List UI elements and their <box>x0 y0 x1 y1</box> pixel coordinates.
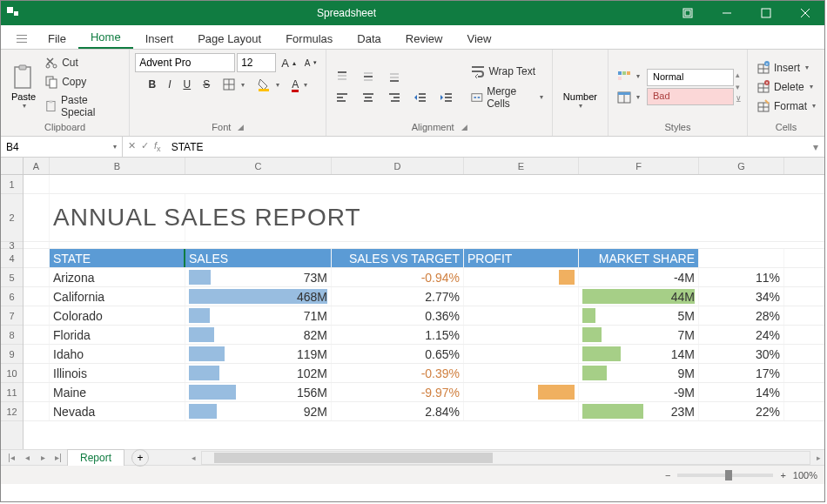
cell-sales[interactable]: 102M <box>185 364 332 382</box>
alignment-launcher-icon[interactable]: ◢ <box>461 123 467 131</box>
cell-mshare[interactable]: 34% <box>699 287 784 306</box>
sheet-tab-report[interactable]: Report <box>67 449 124 466</box>
paste-button[interactable]: Paste▾ <box>6 62 41 111</box>
copy-button[interactable]: Copy <box>41 73 124 91</box>
cell-profit-bar[interactable] <box>464 402 579 420</box>
underline-button[interactable]: U <box>179 77 194 92</box>
horizontal-scrollbar[interactable] <box>201 451 810 465</box>
hscroll-left-icon[interactable]: ◂ <box>187 454 199 462</box>
styles-up-icon[interactable]: ▴ <box>736 71 742 79</box>
cell-mshare[interactable]: 28% <box>699 306 784 325</box>
grow-font-button[interactable]: A▴ <box>278 55 299 71</box>
bold-button[interactable]: B <box>145 77 159 92</box>
row-header[interactable]: 1 <box>1 175 23 194</box>
cell-mshare[interactable]: 17% <box>699 364 784 382</box>
cell-svt[interactable]: 2.77% <box>332 287 464 306</box>
cell-profit[interactable]: 14M <box>579 345 699 363</box>
cell-state[interactable]: Florida <box>50 326 185 344</box>
cell-state[interactable]: California <box>50 287 185 306</box>
select-all-corner[interactable] <box>1 158 23 175</box>
cell-profit[interactable]: 7M <box>579 326 699 344</box>
borders-button[interactable]: ▾ <box>219 76 248 93</box>
align-left-button[interactable] <box>332 89 353 106</box>
format-cells-button[interactable]: Format▾ <box>753 97 819 115</box>
header-state[interactable]: STATE <box>50 249 185 267</box>
wrap-text-button[interactable]: Wrap Text <box>467 63 546 80</box>
name-box[interactable]: B4▾ <box>1 137 123 157</box>
cell-profit-bar[interactable] <box>464 345 579 363</box>
cell-state[interactable]: Illinois <box>50 364 185 382</box>
row-header[interactable]: 8 <box>1 326 23 345</box>
column-header[interactable]: G <box>699 158 784 174</box>
cell-mshare[interactable]: 24% <box>699 326 784 344</box>
menu-home[interactable]: Home <box>78 27 133 49</box>
cell-profit[interactable]: 9M <box>579 364 699 382</box>
cell-svt[interactable]: 0.36% <box>332 306 464 325</box>
minimize-button[interactable] <box>707 1 746 25</box>
cell-sales[interactable]: 119M <box>185 345 332 363</box>
increase-indent-button[interactable] <box>436 89 457 106</box>
align-right-button[interactable] <box>384 89 405 106</box>
row-header[interactable]: 4 <box>1 249 23 268</box>
ribbon-display-button[interactable] <box>668 1 707 25</box>
tab-nav-next-icon[interactable]: ▸ <box>36 453 50 462</box>
hscroll-right-icon[interactable]: ▸ <box>812 454 824 462</box>
row-header[interactable]: 7 <box>1 306 23 326</box>
menu-formulas[interactable]: Formulas <box>273 29 345 49</box>
cell-profit-bar[interactable] <box>464 268 579 286</box>
cell-state[interactable]: Colorado <box>50 306 185 325</box>
column-header[interactable]: D <box>332 158 464 174</box>
row-header[interactable]: 10 <box>1 364 23 383</box>
column-header[interactable]: B <box>50 158 185 174</box>
cell-svt[interactable]: 0.65% <box>332 345 464 363</box>
close-button[interactable] <box>785 1 824 25</box>
formula-input[interactable]: STATE <box>166 141 807 153</box>
tab-nav-last-icon[interactable]: ▸| <box>51 453 65 462</box>
cell-style-bad[interactable]: Bad <box>647 88 734 105</box>
header-svt[interactable]: SALES VS TARGET <box>332 249 464 267</box>
zoom-in-button[interactable]: + <box>780 470 785 480</box>
quick-access-toolbar[interactable] <box>8 28 36 49</box>
cell-mshare[interactable]: 11% <box>699 268 784 286</box>
cell-sales[interactable]: 156M <box>185 383 332 401</box>
cell-state[interactable]: Maine <box>50 383 185 401</box>
header-sales[interactable]: SALES <box>185 249 332 267</box>
maximize-button[interactable] <box>746 1 785 25</box>
row-header[interactable]: 3 <box>1 242 23 249</box>
column-header[interactable]: A <box>24 158 50 174</box>
tab-nav-first-icon[interactable]: |◂ <box>4 453 18 462</box>
cell-style-normal[interactable]: Normal <box>647 69 734 86</box>
insert-cells-button[interactable]: +Insert▾ <box>753 59 819 77</box>
cell-profit[interactable]: -4M <box>579 268 699 286</box>
menu-file[interactable]: File <box>36 29 78 49</box>
cell-profit-bar[interactable] <box>464 306 579 325</box>
cell-profit-bar[interactable] <box>464 287 579 306</box>
header-profit[interactable]: PROFIT <box>464 249 579 267</box>
shrink-font-button[interactable]: A▾ <box>301 57 321 70</box>
cell-svt[interactable]: 2.84% <box>332 402 464 420</box>
cell-sales[interactable]: 71M <box>185 306 332 325</box>
cell-profit[interactable]: 44M <box>579 287 699 306</box>
cell-sales[interactable]: 92M <box>185 402 332 420</box>
font-size-select[interactable] <box>237 53 276 72</box>
row-header[interactable]: 12 <box>1 402 23 421</box>
paste-special-button[interactable]: Paste Special <box>41 92 124 120</box>
cell-sales[interactable]: 82M <box>185 326 332 344</box>
row-header[interactable]: 11 <box>1 383 23 402</box>
cancel-formula-icon[interactable]: ✕ <box>128 140 136 153</box>
styles-down-icon[interactable]: ▾ <box>736 83 742 91</box>
row-header[interactable]: 2 <box>1 194 23 242</box>
font-name-select[interactable] <box>135 53 235 72</box>
cell-state[interactable]: Nevada <box>50 402 185 420</box>
styles-more-icon[interactable]: ⊻ <box>736 95 742 104</box>
cell-profit-bar[interactable] <box>464 383 579 401</box>
cell-mshare[interactable]: 30% <box>699 345 784 363</box>
cut-button[interactable]: Cut <box>41 54 124 71</box>
align-top-button[interactable] <box>332 68 353 85</box>
fx-icon[interactable]: fx <box>154 140 161 153</box>
zoom-slider[interactable] <box>677 474 773 477</box>
menu-data[interactable]: Data <box>345 29 393 49</box>
column-header[interactable]: C <box>185 158 332 174</box>
cell-svt[interactable]: 1.15% <box>332 326 464 344</box>
cell-profit[interactable]: 5M <box>579 306 699 325</box>
